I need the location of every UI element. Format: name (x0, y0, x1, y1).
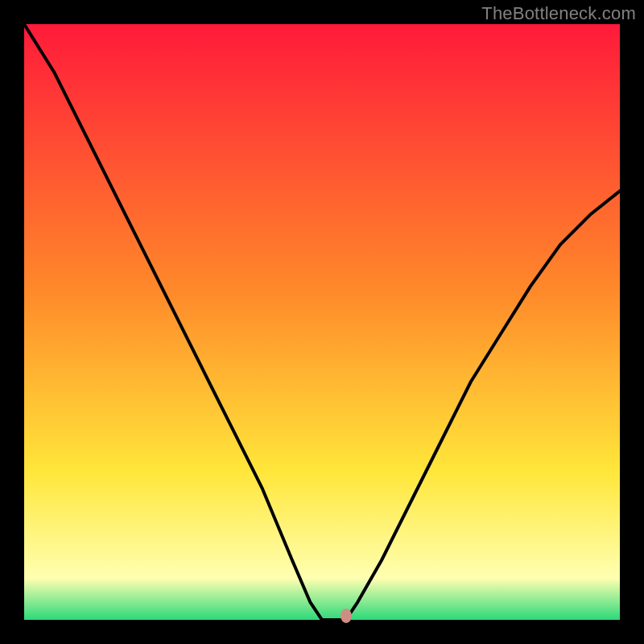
watermark-text: TheBottleneck.com (481, 3, 636, 24)
chart-frame: TheBottleneck.com (0, 0, 644, 644)
curve-path (24, 24, 620, 620)
bottleneck-curve (24, 24, 620, 620)
plot-area (24, 24, 620, 620)
optimal-marker (341, 609, 352, 623)
